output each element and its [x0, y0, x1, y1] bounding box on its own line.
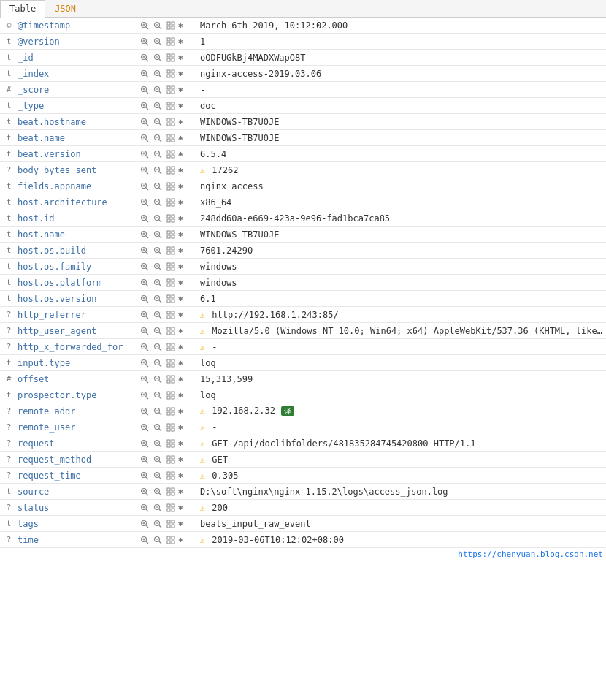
zoom-in-icon[interactable] [139, 310, 150, 320]
zoom-in-icon[interactable] [139, 181, 150, 191]
translate-badge[interactable]: 译 [281, 406, 294, 416]
star-icon[interactable]: ✱ [178, 503, 183, 512]
star-icon[interactable]: ✱ [178, 262, 183, 271]
zoom-out-icon[interactable] [152, 294, 164, 304]
zoom-out-icon[interactable] [152, 342, 164, 352]
grid-icon[interactable] [165, 117, 177, 127]
star-icon[interactable]: ✱ [178, 326, 183, 335]
grid-icon[interactable] [165, 438, 177, 449]
grid-icon[interactable] [165, 422, 177, 433]
zoom-out-icon[interactable] [152, 53, 164, 63]
zoom-in-icon[interactable] [139, 390, 150, 400]
grid-icon[interactable] [165, 262, 177, 272]
zoom-out-icon[interactable] [152, 149, 164, 159]
star-icon[interactable]: ✱ [178, 101, 183, 110]
star-icon[interactable]: ✱ [178, 310, 183, 319]
star-icon[interactable]: ✱ [178, 20, 183, 30]
grid-icon[interactable] [165, 197, 177, 208]
grid-icon[interactable] [165, 342, 177, 352]
zoom-in-icon[interactable] [139, 37, 150, 47]
zoom-in-icon[interactable] [139, 213, 150, 224]
grid-icon[interactable] [165, 53, 177, 63]
tab-table[interactable]: Table [0, 0, 45, 18]
zoom-in-icon[interactable] [139, 519, 150, 529]
grid-icon[interactable] [165, 374, 177, 384]
grid-icon[interactable] [165, 101, 177, 111]
star-icon[interactable]: ✱ [178, 390, 183, 400]
zoom-out-icon[interactable] [152, 85, 164, 95]
zoom-out-icon[interactable] [152, 213, 164, 224]
grid-icon[interactable] [165, 503, 177, 513]
grid-icon[interactable] [165, 213, 177, 224]
zoom-out-icon[interactable] [152, 278, 164, 288]
zoom-in-icon[interactable] [139, 133, 150, 143]
footer-link[interactable]: https://chenyuan.blog.csdn.net [0, 548, 606, 560]
star-icon[interactable]: ✱ [178, 422, 183, 432]
zoom-out-icon[interactable] [152, 246, 164, 256]
zoom-in-icon[interactable] [139, 454, 150, 465]
grid-icon[interactable] [165, 358, 177, 368]
zoom-in-icon[interactable] [139, 342, 150, 352]
zoom-out-icon[interactable] [152, 229, 164, 240]
zoom-in-icon[interactable] [139, 262, 150, 272]
zoom-out-icon[interactable] [152, 101, 164, 111]
tab-json[interactable]: JSON [45, 0, 85, 17]
zoom-out-icon[interactable] [152, 69, 164, 79]
star-icon[interactable]: ✱ [178, 406, 183, 416]
grid-icon[interactable] [165, 85, 177, 95]
zoom-in-icon[interactable] [139, 53, 150, 63]
zoom-in-icon[interactable] [139, 20, 150, 31]
grid-icon[interactable] [165, 406, 177, 416]
zoom-in-icon[interactable] [139, 438, 150, 449]
star-icon[interactable]: ✱ [178, 535, 183, 544]
star-icon[interactable]: ✱ [178, 197, 183, 207]
zoom-out-icon[interactable] [152, 262, 164, 272]
star-icon[interactable]: ✱ [178, 117, 183, 126]
zoom-in-icon[interactable] [139, 149, 150, 159]
zoom-in-icon[interactable] [139, 503, 150, 513]
star-icon[interactable]: ✱ [178, 69, 183, 78]
zoom-in-icon[interactable] [139, 487, 150, 497]
star-icon[interactable]: ✱ [178, 294, 183, 303]
zoom-out-icon[interactable] [152, 181, 164, 191]
zoom-in-icon[interactable] [139, 374, 150, 384]
zoom-in-icon[interactable] [139, 422, 150, 433]
grid-icon[interactable] [165, 487, 177, 497]
star-icon[interactable]: ✱ [178, 278, 183, 287]
zoom-out-icon[interactable] [152, 310, 164, 320]
grid-icon[interactable] [165, 69, 177, 79]
zoom-out-icon[interactable] [152, 374, 164, 384]
zoom-in-icon[interactable] [139, 117, 150, 127]
zoom-in-icon[interactable] [139, 165, 150, 175]
star-icon[interactable]: ✱ [178, 133, 183, 142]
star-icon[interactable]: ✱ [178, 85, 183, 94]
grid-icon[interactable] [165, 454, 177, 465]
star-icon[interactable]: ✱ [178, 149, 183, 159]
star-icon[interactable]: ✱ [178, 471, 183, 480]
star-icon[interactable]: ✱ [178, 165, 183, 175]
grid-icon[interactable] [165, 310, 177, 320]
star-icon[interactable]: ✱ [178, 487, 183, 496]
zoom-out-icon[interactable] [152, 454, 164, 465]
star-icon[interactable]: ✱ [178, 438, 183, 448]
zoom-in-icon[interactable] [139, 471, 150, 481]
grid-icon[interactable] [165, 229, 177, 240]
zoom-out-icon[interactable] [152, 133, 164, 143]
grid-icon[interactable] [165, 133, 177, 143]
star-icon[interactable]: ✱ [178, 213, 183, 223]
zoom-in-icon[interactable] [139, 101, 150, 111]
zoom-out-icon[interactable] [152, 37, 164, 47]
grid-icon[interactable] [165, 246, 177, 256]
zoom-in-icon[interactable] [139, 278, 150, 288]
grid-icon[interactable] [165, 37, 177, 47]
grid-icon[interactable] [165, 294, 177, 304]
star-icon[interactable]: ✱ [178, 53, 183, 62]
zoom-out-icon[interactable] [152, 358, 164, 368]
star-icon[interactable]: ✱ [178, 229, 183, 239]
star-icon[interactable]: ✱ [178, 37, 183, 46]
zoom-in-icon[interactable] [139, 246, 150, 256]
grid-icon[interactable] [165, 20, 177, 31]
star-icon[interactable]: ✱ [178, 181, 183, 191]
grid-icon[interactable] [165, 165, 177, 175]
star-icon[interactable]: ✱ [178, 519, 183, 528]
